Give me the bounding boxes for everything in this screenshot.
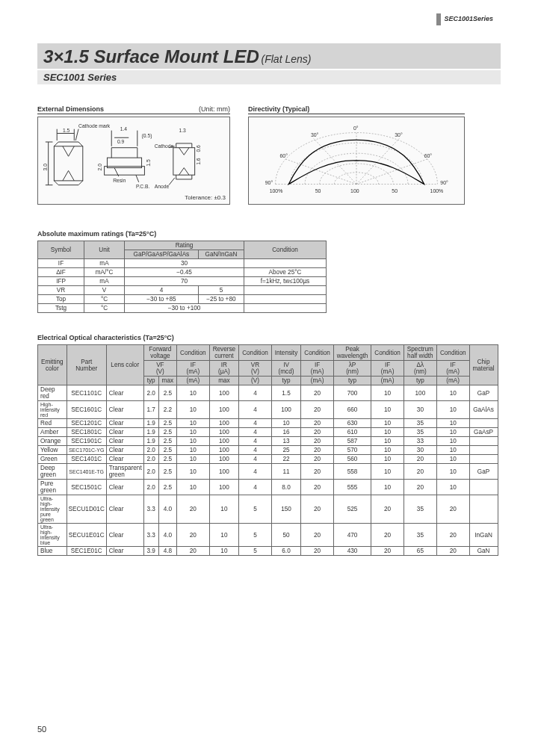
page-title-sub: (Flat Lens) — [262, 53, 312, 65]
eh-cond3: Condition — [301, 345, 334, 361]
abs-h-unit: Unit — [84, 241, 125, 259]
series-subtitle: SEC1001 Series — [43, 72, 117, 83]
svg-rect-15 — [173, 148, 195, 176]
directivity-title: Directivity (Typical) — [248, 105, 309, 113]
ang-90l: 90° — [265, 180, 273, 185]
table-row: Deep redSEC1101CClear2.02.51010041.52070… — [38, 385, 498, 401]
abs-h-condition: Condition — [244, 241, 327, 259]
table-row: OrangeSEC1901CClear1.92.5101004132058710… — [38, 437, 498, 446]
eh-emit: Emitting color — [38, 345, 67, 385]
table-row: IFmA30 — [38, 259, 327, 268]
eh-cond1: Condition — [177, 345, 210, 361]
abs-h-gap: GaP/GaAsP/GaAlAs — [125, 250, 199, 259]
pct-100r: 100% — [430, 188, 444, 193]
eh-spectrum: Spectrum half width — [404, 345, 436, 361]
table-row: Pure greenSEC1501CClear2.02.51010048.020… — [38, 480, 498, 495]
table-row: BlueSEC1E01CClear3.94.8201056.0204302065… — [38, 547, 498, 556]
eh-part: Part Number — [67, 345, 106, 385]
table-row: ΔIFmA/°C−0.45Above 25°C — [38, 268, 327, 277]
dim-1.5: 1.5 — [63, 128, 70, 133]
table-row: Tstg°C−30 to +100 — [38, 304, 327, 313]
svg-line-19 — [314, 138, 356, 184]
table-row: YellowSEC1701C-YGClear2.02.5101004252057… — [38, 446, 498, 455]
ext-dim-unit: (Unit: mm) — [199, 105, 230, 113]
ang-60r: 60° — [424, 153, 433, 158]
eh-cond2: Condition — [239, 345, 272, 361]
table-row: AmberSEC1801CClear1.92.51010041620610103… — [38, 428, 498, 437]
ang-0: 0° — [353, 126, 359, 131]
dim-1.4: 1.4 — [120, 126, 128, 131]
dim-1.3: 1.3 — [179, 128, 187, 133]
page-number: 50 — [37, 725, 46, 734]
svg-line-17 — [169, 178, 175, 185]
table-row: Top°C−30 to +85−25 to +80 — [38, 295, 327, 304]
eh-chip: Chip material — [469, 345, 498, 385]
dim-0.9: 0.9 — [117, 139, 125, 144]
ext-dim-diagram: 1.5 3.0 Cathode mark Resin P.C.B. 1.4 — [37, 117, 230, 205]
dim-3.0: 3.0 — [43, 164, 48, 171]
eh-lens: Lens color — [106, 345, 143, 385]
table-row: GreenSEC1401CClear2.02.51010042220560102… — [38, 455, 498, 464]
svg-line-11 — [136, 175, 139, 182]
table-row: RedSEC1201CClear1.92.5101004102063010351… — [38, 419, 498, 428]
pct-100l: 100% — [270, 188, 283, 193]
table-row: Ultra-high-intensity pure greenSECU1D01C… — [38, 495, 498, 524]
header-series-tag: SEC1001Series — [436, 13, 493, 25]
svg-line-7 — [75, 129, 78, 140]
abs-ratings-title: Absolute maximum ratings (Ta=25°C) — [37, 230, 501, 238]
table-row: High-intensity redSEC1601CClear1.72.2101… — [38, 401, 498, 419]
svg-rect-0 — [54, 146, 82, 181]
eh-cond4: Condition — [371, 345, 404, 361]
elec-title: Electrical Optical characteristics (Ta=2… — [37, 334, 501, 341]
page-content: 3×1.5 Surface Mount LED (Flat Lens) SEC1… — [0, 0, 538, 556]
eh-fv: Forward voltage — [143, 345, 176, 361]
cathode-mark-label: Cathode mark — [78, 123, 111, 128]
directivity-diagram: 0° 30° 30° 60° 60° 90° 90° 100% 50 100 5… — [248, 117, 465, 205]
ang-30r: 30° — [395, 132, 403, 137]
dim-0.6: 0.6 — [196, 145, 201, 152]
pcb-label: P.C.B. — [136, 184, 150, 189]
table-row: VRV45 — [38, 286, 327, 295]
pct-50l: 50 — [315, 188, 321, 193]
dim-1.6: 1.6 — [196, 158, 201, 165]
eh-rev: Reverse current — [209, 345, 239, 361]
diagrams-row: External Dimensions (Unit: mm) 1.5 3.0 C… — [37, 105, 501, 205]
title-box: 3×1.5 Surface Mount LED (Flat Lens) — [37, 43, 501, 69]
svg-line-20 — [356, 138, 399, 184]
abs-h-rating: Rating — [125, 241, 244, 250]
external-dimensions-block: External Dimensions (Unit: mm) 1.5 3.0 C… — [37, 105, 230, 205]
eh-int: Intensity — [271, 345, 301, 361]
resin-label: Resin — [113, 178, 126, 183]
svg-line-21 — [285, 159, 356, 185]
ang-30l: 30° — [311, 132, 319, 137]
ext-dim-title: External Dimensions — [37, 105, 104, 113]
tolerance-label: Tolerance: ±0.3 — [37, 194, 230, 201]
table-row: Ultra-high-intensity blueSECU1E01CClear3… — [38, 524, 498, 547]
table-row: IFPmA70f=1kHz, tw≤100µs — [38, 277, 327, 286]
dim-2.0: 2.0 — [97, 164, 102, 171]
dim-1.5b: 1.5 — [146, 159, 151, 167]
dim-0.5: (0.5) — [142, 133, 152, 139]
directivity-block: Directivity (Typical) 0° — [248, 105, 465, 205]
abs-h-symbol: Symbol — [38, 241, 84, 259]
page-title-main: 3×1.5 Surface Mount LED — [43, 46, 259, 66]
eh-cond5: Condition — [436, 345, 469, 361]
pct-50r: 50 — [392, 188, 398, 193]
cathode-label: Cathode — [155, 143, 174, 149]
abs-h-gan: GaN/InGaN — [198, 250, 244, 259]
elec-characteristics-table: Emitting color Part Number Lens color Fo… — [37, 344, 498, 556]
svg-line-22 — [356, 159, 427, 185]
eh-peak: Peak wavelength — [333, 345, 371, 361]
anode-label: Anode — [155, 184, 170, 189]
ang-60l: 60° — [279, 153, 288, 158]
subtitle-box: SEC1001 Series — [37, 70, 501, 84]
abs-ratings-table: Symbol Unit Rating Condition GaP/GaAsP/G… — [37, 241, 327, 313]
pct-100t: 100 — [350, 188, 359, 193]
ang-90r: 90° — [440, 180, 448, 185]
table-row: Deep greenSEC1401E-TGTransparent green2.… — [38, 464, 498, 480]
